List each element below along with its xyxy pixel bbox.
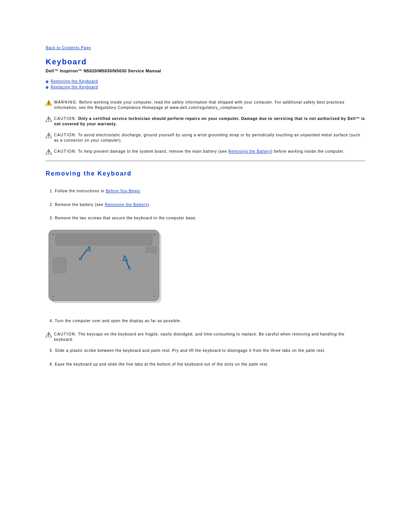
caution-esd-body: To avoid electrostatic discharge, ground… (54, 133, 360, 142)
svg-point-23 (154, 234, 155, 235)
step-5: Slide a plastic scribe between the keybo… (55, 348, 365, 353)
steps-list: Follow the instructions in Before You Be… (46, 189, 365, 221)
svg-rect-2 (48, 104, 49, 105)
svg-rect-5 (48, 120, 49, 121)
caution-keycaps-notice: CAUTION: The keycaps on the keyboard are… (46, 332, 365, 342)
warning-triangle-icon (46, 100, 52, 105)
step-2: Remove the battery (see Removing the Bat… (55, 202, 365, 208)
step-1-prefix: Follow the instructions in (55, 189, 106, 193)
steps-list-2: Turn the computer over and open the disp… (46, 318, 365, 324)
toc-link-removing[interactable]: Removing the Keyboard (51, 79, 98, 83)
step-3: Remove the two screws that secure the ke… (55, 216, 365, 221)
step-1-suffix: . (140, 189, 142, 193)
toc-list: Removing the Keyboard Replacing the Keyb… (46, 79, 365, 89)
svg-point-24 (53, 296, 54, 297)
page-title: Keyboard (46, 58, 365, 66)
section-divider (46, 161, 365, 161)
step-2-prefix: Remove the battery (see (55, 203, 105, 207)
warning-body: Before working inside your computer, rea… (54, 100, 344, 110)
caution-triangle-icon (46, 149, 52, 155)
caution-battery-before: To help prevent damage to the system boa… (77, 149, 228, 153)
steps-list-3: Slide a plastic scribe between the keybo… (46, 348, 365, 367)
caution-service-label: CAUTION: (54, 117, 77, 121)
caution-keycaps-label: CAUTION: (54, 332, 77, 336)
figure-laptop-bottom (48, 229, 365, 305)
caution-battery-text: CAUTION: To help prevent damage to the s… (54, 149, 365, 154)
step-1: Follow the instructions in Before You Be… (55, 189, 365, 194)
toc-link-replacing[interactable]: Replacing the Keyboard (51, 85, 98, 89)
caution-service-notice: CAUTION: Only a certified service techni… (46, 116, 365, 126)
caution-service-body: Only a certified service technician shou… (54, 117, 365, 126)
svg-rect-35 (48, 334, 49, 335)
step-6: Ease the keyboard up and slide the five … (55, 362, 365, 367)
removing-battery-link-2[interactable]: Removing the Battery (105, 203, 147, 207)
warning-text: WARNING: Before working inside your comp… (54, 100, 365, 110)
caution-keycaps-body: The keycaps on the keyboard are fragile,… (54, 332, 344, 342)
svg-rect-1 (48, 102, 49, 104)
caution-esd-text: CAUTION: To avoid electrostatic discharg… (54, 133, 365, 143)
svg-rect-14 (56, 234, 152, 245)
caution-battery-after: ) before working inside the computer. (271, 149, 345, 153)
svg-point-22 (53, 234, 54, 235)
svg-rect-8 (48, 137, 49, 137)
caution-triangle-icon (46, 133, 52, 138)
manual-subtitle: Dell™ Inspiron™ N5020/M5030/N5030 Servic… (46, 69, 365, 73)
removing-battery-link[interactable]: Removing the Battery (228, 149, 271, 153)
svg-point-33 (128, 267, 131, 269)
svg-rect-21 (53, 257, 66, 273)
warning-label: WARNING: (54, 100, 78, 104)
caution-esd-label: CAUTION: (54, 133, 77, 137)
svg-point-25 (154, 296, 155, 297)
caution-triangle-icon (46, 332, 52, 337)
svg-rect-10 (48, 151, 49, 153)
back-to-contents-link[interactable]: Back to Contents Page (46, 46, 91, 50)
svg-rect-36 (48, 336, 49, 337)
caution-triangle-icon (46, 117, 52, 122)
section-title-removing: Removing the Keyboard (46, 170, 365, 177)
svg-rect-4 (48, 118, 49, 120)
caution-service-text: CAUTION: Only a certified service techni… (54, 116, 365, 126)
caution-keycaps-text: CAUTION: The keycaps on the keyboard are… (54, 332, 365, 342)
caution-battery-notice: CAUTION: To help prevent damage to the s… (46, 149, 365, 155)
svg-rect-7 (48, 134, 49, 136)
step-4: Turn the computer over and open the disp… (55, 318, 365, 324)
svg-point-31 (79, 258, 81, 260)
before-you-begin-link[interactable]: Before You Begin (106, 189, 140, 193)
svg-rect-11 (48, 153, 49, 154)
caution-esd-notice: CAUTION: To avoid electrostatic discharg… (46, 133, 365, 143)
step-2-suffix: ). (148, 203, 151, 207)
caution-battery-label: CAUTION: (54, 149, 77, 153)
warning-notice: WARNING: Before working inside your comp… (46, 100, 365, 110)
